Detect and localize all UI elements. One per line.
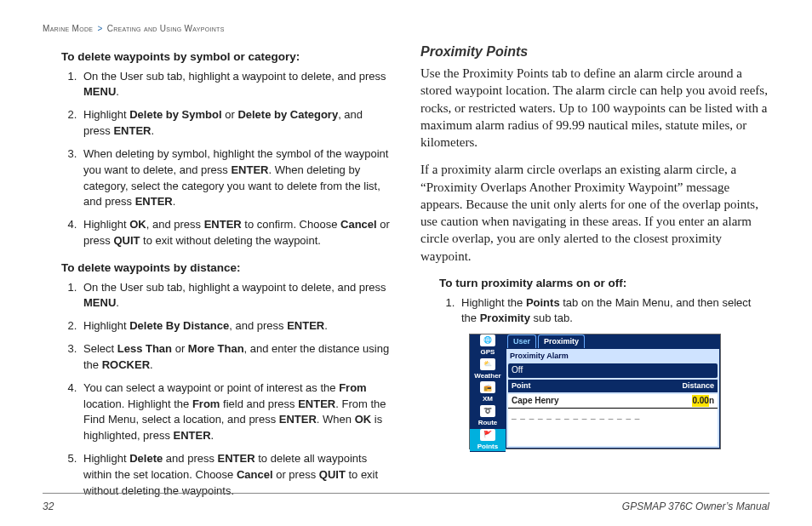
section-title-proximity: Proximity Points: [420, 42, 769, 61]
list-item: Highlight the Points tab on the Main Men…: [458, 295, 769, 328]
sidebar-item-label: GPS: [481, 347, 495, 357]
sidebar-item-route: ➰Route: [470, 405, 506, 429]
sidebar-item-label: Weather: [474, 371, 500, 381]
heading-proximity-alarms: To turn proximity alarms on or off:: [439, 275, 769, 292]
steps-proximity-alarms: Highlight the Points tab on the Main Men…: [458, 295, 769, 328]
globe-icon: 🌐: [480, 334, 495, 346]
radio-icon: 📻: [480, 381, 495, 393]
col-point: Point: [512, 380, 531, 392]
device-screenshot: 🌐GPS ⛅Weather 📻XM ➰Route 🚩Points User Pr…: [469, 334, 721, 449]
sidebar-item-label: Route: [478, 418, 498, 428]
sidebar-item-label: XM: [483, 394, 493, 404]
right-column: Proximity Points Use the Proximity Point…: [420, 42, 769, 506]
sidebar-item-label: Points: [477, 442, 498, 452]
body-paragraph: Use the Proximity Points tab to define a…: [420, 65, 769, 151]
table-header: Point Distance: [508, 380, 718, 392]
list-item: Select Less Than or More Than, and enter…: [80, 341, 392, 374]
heading-delete-distance: To delete waypoints by distance:: [61, 260, 392, 277]
device-tabs: User Proximity: [506, 334, 720, 348]
device-main: User Proximity Proximity Alarm Off Point…: [506, 334, 720, 449]
proximity-alarm-value: Off: [508, 363, 718, 378]
list-item: You can select a waypoint or point of in…: [80, 380, 392, 444]
footer-rule: [43, 493, 769, 494]
breadcrumb-a: Marine Mode: [43, 24, 93, 33]
list-item: On the User sub tab, highlight a waypoin…: [80, 280, 392, 312]
breadcrumb-sep: >: [97, 24, 102, 33]
device-sidebar: 🌐GPS ⛅Weather 📻XM ➰Route 🚩Points: [470, 334, 506, 449]
list-item: Highlight Delete by Symbol or Delete by …: [80, 107, 392, 140]
cell-distance: 0.00: [692, 395, 708, 408]
steps-delete-symbol-category: On the User sub tab, highlight a waypoin…: [80, 69, 392, 249]
table-row: Cape Henry 0.00n: [508, 394, 718, 409]
cell-point: Cape Henry: [512, 395, 559, 408]
list-item: Highlight Delete By Distance, and press …: [80, 318, 392, 334]
tab-proximity: Proximity: [538, 334, 585, 348]
route-icon: ➰: [480, 405, 495, 417]
page-number: 32: [43, 500, 54, 512]
table-body: Cape Henry 0.00n _ _ _ _ _ _ _ _ _ _ _ _…: [508, 394, 718, 446]
left-column: To delete waypoints by symbol or categor…: [43, 42, 392, 506]
sidebar-item-gps: 🌐GPS: [470, 334, 506, 358]
breadcrumb: Marine Mode > Creating and Using Waypoin…: [43, 24, 769, 33]
list-item: On the User sub tab, highlight a waypoin…: [80, 69, 392, 101]
device-panel: Proximity Alarm Off Point Distance Cape …: [506, 348, 720, 449]
breadcrumb-b: Creating and Using Waypoints: [107, 24, 225, 33]
proximity-alarm-label: Proximity Alarm: [510, 351, 569, 362]
page-footer: 32 GPSMAP 376C Owner’s Manual: [43, 500, 769, 512]
sidebar-item-weather: ⛅Weather: [470, 358, 506, 382]
heading-delete-symbol-category: To delete waypoints by symbol or categor…: [61, 49, 392, 66]
steps-delete-distance: On the User sub tab, highlight a waypoin…: [80, 280, 392, 500]
body-paragraph: If a proximity alarm circle overlaps an …: [420, 161, 769, 265]
cell-unit: n: [709, 395, 714, 408]
cloud-icon: ⛅: [480, 358, 495, 370]
sidebar-item-points: 🚩Points: [470, 429, 506, 453]
flag-icon: 🚩: [480, 429, 495, 441]
list-item: Highlight OK, and press ENTER to confirm…: [80, 217, 392, 249]
empty-row: _ _ _ _ _ _ _ _ _ _ _ _ _ _ _: [508, 409, 718, 423]
sidebar-item-xm: 📻XM: [470, 381, 506, 405]
tab-user: User: [507, 334, 536, 348]
list-item: When deleting by symbol, highlight the s…: [80, 146, 392, 210]
manual-title: GPSMAP 376C Owner’s Manual: [622, 500, 769, 512]
col-distance: Distance: [682, 380, 714, 392]
